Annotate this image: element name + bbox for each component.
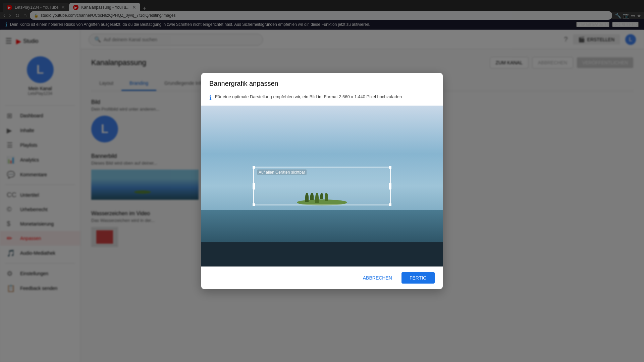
dark-bottom-bar bbox=[201, 242, 443, 266]
banner-full-image: Auf allen Geräten sichtbar bbox=[201, 106, 443, 266]
corner-handle-bl[interactable] bbox=[253, 203, 255, 206]
modal-cancel-button[interactable]: ABBRECHEN bbox=[358, 273, 397, 283]
modal-title: Bannergrafik anpassen bbox=[209, 80, 435, 87]
banner-modal: Bannergrafik anpassen ℹ Für eine optimal… bbox=[201, 73, 443, 289]
resize-handle-right[interactable] bbox=[389, 183, 391, 189]
corner-handle-tr[interactable] bbox=[389, 166, 391, 169]
modal-header: Bannergrafik anpassen bbox=[201, 73, 443, 92]
modal-fertig-button[interactable]: FERTIG bbox=[401, 272, 435, 284]
corner-handle-br[interactable] bbox=[389, 203, 391, 206]
modal-info: ℹ Für eine optimale Darstellung empfehle… bbox=[201, 92, 443, 106]
corner-handle-tl[interactable] bbox=[253, 166, 255, 169]
visible-area-label: Auf allen Geräten sichtbar bbox=[257, 170, 307, 175]
modal-overlay: Bannergrafik anpassen ℹ Für eine optimal… bbox=[0, 0, 644, 362]
modal-footer: ABBRECHEN FERTIG bbox=[201, 266, 443, 289]
visible-area-box[interactable]: Auf allen Geräten sichtbar bbox=[253, 167, 391, 205]
info-icon: ℹ bbox=[209, 94, 212, 102]
modal-image-area: Auf allen Geräten sichtbar bbox=[201, 106, 443, 266]
resize-handle-left[interactable] bbox=[253, 183, 255, 189]
modal-info-text: Für eine optimale Darstellung empfehlen … bbox=[215, 94, 402, 99]
